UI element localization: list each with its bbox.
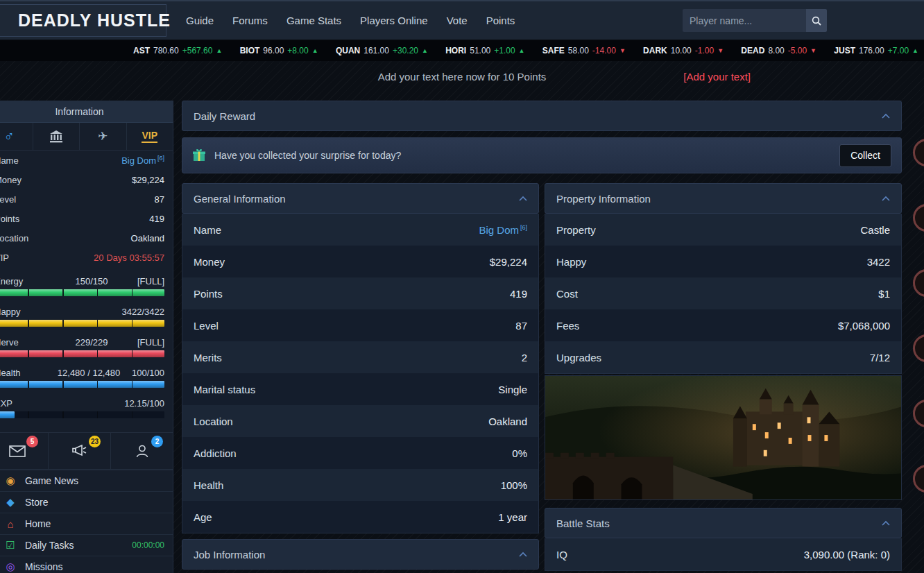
player-name: Big Dom (121, 155, 156, 166)
ticker-item[interactable]: DEAD8.00-5.00▼ (741, 46, 816, 55)
up-arrow-icon: ▲ (216, 47, 222, 54)
player-level-tag: [6] (520, 224, 527, 231)
chevron-up-icon[interactable] (882, 520, 890, 526)
ticker-symbol: JUST (834, 46, 855, 55)
side-action-button[interactable] (913, 334, 924, 362)
announcement-bar: Add your text here now for 10 Points [Ad… (0, 61, 924, 92)
menu-item-game-news[interactable]: ◉Game News (0, 470, 173, 491)
nav-players-online[interactable]: Players Online (360, 15, 428, 26)
right-action-strip (909, 101, 924, 573)
ticker-change: +8.00 (287, 46, 308, 55)
general-row-location: LocationOakland (182, 405, 538, 437)
store-icon: ◆ (4, 496, 17, 508)
profile-link[interactable]: Big Dom[6] (479, 224, 527, 236)
bank-link[interactable] (33, 123, 80, 150)
collect-button[interactable]: Collect (839, 144, 891, 167)
general-info-header[interactable]: General Information (182, 183, 539, 214)
ticker-item[interactable]: SAFE58.00-14.00▼ (542, 46, 626, 55)
ticker-item[interactable]: QUAN161.00+30.20▲ (336, 46, 428, 55)
row-value: Single (498, 384, 527, 395)
row-label: Age (194, 511, 212, 523)
battle-stats-header[interactable]: Battle Stats (545, 508, 902, 538)
chevron-up-icon[interactable] (519, 196, 527, 201)
gender-link[interactable]: ♂ (0, 123, 33, 150)
add-your-text-link[interactable]: [Add your text] (683, 71, 751, 83)
megaphone-icon (71, 445, 88, 458)
row-label: Addiction (194, 447, 237, 459)
info-sidebar: Information ♂ ✈ VIP Name Big Dom[6] Mone… (0, 101, 173, 573)
bar-label: Happy (0, 307, 46, 317)
ticker-item[interactable]: BIOT96.00+8.00▲ (240, 46, 318, 55)
menu-item-store[interactable]: ◆Store (0, 491, 173, 513)
row-value: $1 (878, 288, 890, 300)
travel-link[interactable]: ✈ (80, 123, 127, 150)
property-row-happy: Happy3422 (545, 246, 901, 277)
panel-title: Battle Stats (556, 518, 610, 529)
general-row-health: Health100% (182, 469, 538, 501)
profile-link[interactable]: Big Dom[6] (121, 155, 164, 166)
side-action-button[interactable] (913, 465, 924, 493)
sidebar-menu: ◉Game News ◆Store ⌂Home ☑Daily Tasks00:0… (0, 470, 173, 573)
menu-item-daily-tasks[interactable]: ☑Daily Tasks00:00:00 (0, 534, 173, 556)
announcement-text: Add your text here now for 10 Points (378, 71, 547, 83)
bar-right-value: [FULL] (137, 337, 164, 348)
bar-mid-value: 150/150 (46, 276, 137, 286)
row-label: Name (194, 224, 221, 236)
nav-vote[interactable]: Vote (447, 15, 468, 26)
events-button[interactable]: 2 (111, 433, 173, 469)
up-arrow-icon: ▲ (912, 47, 918, 54)
ticker-symbol: SAFE (542, 46, 565, 55)
nerve-bar (0, 350, 164, 357)
top-bar: DEADLY HUSTLE Guide Forums Game Stats Pl… (0, 0, 924, 40)
main-content: Daily Reward Have you collected your sur… (182, 101, 902, 571)
player-search-input[interactable] (683, 9, 806, 32)
menu-label: Daily Tasks (25, 540, 74, 551)
chevron-up-icon[interactable] (882, 113, 890, 119)
bar-right-value: 12.15/100 (124, 398, 164, 409)
up-arrow-icon: ▲ (519, 47, 525, 54)
row-value: $29,224 (490, 256, 527, 268)
site-logo: DEADLY HUSTLE (18, 10, 171, 31)
menu-item-missions[interactable]: ◎Missions (0, 556, 173, 573)
ticker-symbol: HORI (445, 46, 466, 55)
nav-points[interactable]: Points (486, 15, 515, 26)
stat-label: Points (0, 214, 19, 224)
bar-right-value: [FULL] (137, 276, 164, 286)
row-label: Points (194, 288, 223, 300)
row-value: 3,090.00 (Rank: 0) (804, 549, 890, 561)
bar-label: Energy (0, 276, 46, 286)
row-value: 87 (515, 320, 527, 332)
up-arrow-icon: ▲ (312, 47, 318, 54)
ticker-change: -1.00 (695, 46, 714, 55)
nav-game-stats[interactable]: Game Stats (286, 15, 341, 26)
nav-forums[interactable]: Forums (232, 15, 268, 26)
ticker-item[interactable]: JUST176.00+7.00▲ (834, 46, 918, 55)
property-info-header[interactable]: Property Information (545, 183, 902, 214)
side-action-button[interactable] (913, 269, 924, 297)
ticker-item[interactable]: AST780.60+567.60▲ (133, 46, 222, 55)
energy-bar (0, 289, 164, 296)
row-value: Oakland (488, 416, 527, 427)
side-action-button[interactable] (913, 400, 924, 427)
ticker-item[interactable]: HORI51.00+1.00▲ (445, 46, 524, 55)
general-row-points: Points419 (182, 277, 538, 309)
ticker-item[interactable]: DARK10.00-1.00▼ (643, 46, 724, 55)
side-action-button[interactable] (913, 139, 924, 166)
main-nav: Guide Forums Game Stats Players Online V… (186, 15, 515, 26)
happy-bar-block: Happy3422/3422 (0, 305, 173, 327)
nav-guide[interactable]: Guide (186, 15, 214, 26)
chevron-up-icon[interactable] (519, 551, 527, 557)
vip-link[interactable]: VIP (127, 123, 173, 150)
menu-item-home[interactable]: ⌂Home (0, 513, 173, 534)
announcements-button[interactable]: 23 (49, 433, 111, 469)
nerve-bar-block: Nerve229/229[FULL] (0, 335, 173, 357)
panel-title: General Information (194, 193, 286, 205)
bar-label: Nerve (0, 337, 46, 348)
daily-reward-header[interactable]: Daily Reward (182, 101, 902, 131)
side-action-button[interactable] (913, 204, 924, 232)
chevron-up-icon[interactable] (882, 196, 890, 201)
job-info-header[interactable]: Job Information (182, 539, 539, 570)
messages-button[interactable]: 5 (0, 433, 49, 469)
logo-box[interactable]: DEADLY HUSTLE (0, 4, 166, 37)
search-button[interactable] (806, 9, 827, 32)
